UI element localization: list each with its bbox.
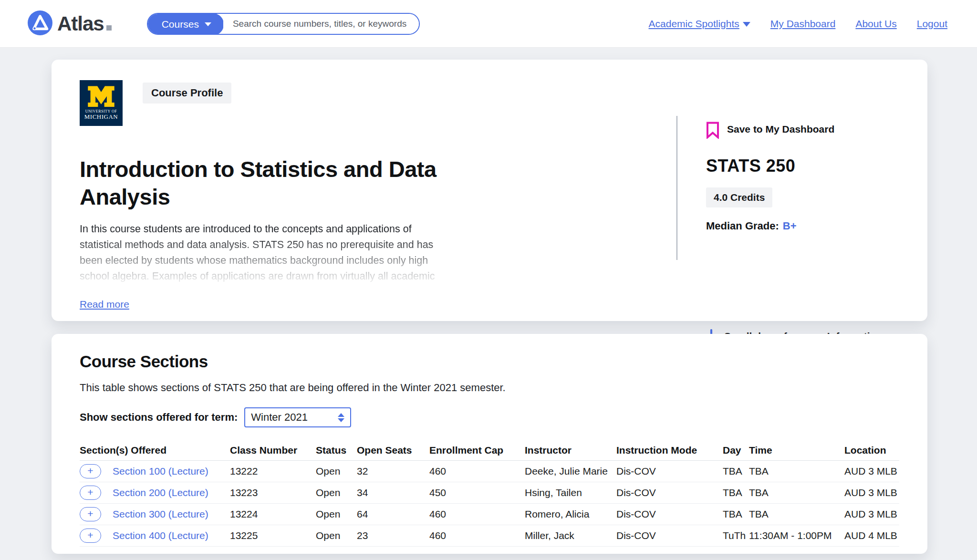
course-sections-heading: Course Sections [80, 352, 899, 371]
course-sections-subtext: This table shows sections of STATS 250 t… [80, 382, 899, 394]
dropdown-triangle-icon [743, 22, 750, 27]
courses-dropdown-button[interactable]: Courses [147, 13, 224, 35]
atlas-logo[interactable]: Atlas [28, 10, 112, 37]
expand-section-button[interactable]: + [80, 486, 101, 500]
median-grade-label: Median Grade: [706, 220, 779, 232]
expand-section-button[interactable]: + [80, 529, 101, 543]
course-profile-card: UNIVERSITY OF MICHIGAN Course Profile In… [52, 60, 927, 321]
search-input[interactable] [223, 14, 419, 34]
sections-table-header: Section(s) Offered Class Number Status O… [80, 440, 899, 461]
median-grade-value[interactable]: B+ [783, 220, 797, 232]
expand-section-button[interactable]: + [80, 507, 101, 521]
section-link[interactable]: Section 100 (Lecture) [113, 466, 208, 477]
nav-link-about-us[interactable]: About Us [855, 18, 896, 30]
select-spinner-icon [338, 413, 344, 422]
atlas-logo-icon [28, 10, 52, 37]
read-more-link[interactable]: Read more [80, 299, 129, 310]
section-link[interactable]: Section 200 (Lecture) [113, 487, 208, 498]
course-profile-left: UNIVERSITY OF MICHIGAN Course Profile In… [80, 80, 595, 310]
table-row: + Section 300 (Lecture) 13224 Open 64 46… [80, 504, 899, 525]
course-title: Introduction to Statistics and Data Anal… [80, 156, 471, 211]
median-grade-row: Median Grade:B+ [706, 220, 945, 232]
term-filter-label: Show sections offered for term: [80, 411, 238, 424]
term-select-value: Winter 2021 [251, 411, 308, 424]
chevron-down-icon [205, 22, 211, 26]
expand-section-button[interactable]: + [80, 464, 101, 478]
save-to-dashboard-button[interactable]: Save to My Dashboard [706, 122, 945, 141]
brand-wordmark: Atlas [57, 12, 112, 35]
courses-button-label: Courses [162, 19, 199, 30]
table-row: + Section 400 (Lecture) 13225 Open 23 46… [80, 525, 899, 547]
course-search-bar: Courses [147, 13, 420, 35]
brand-dot [106, 25, 112, 31]
course-profile-badge: Course Profile [143, 83, 231, 104]
section-link[interactable]: Section 400 (Lecture) [113, 530, 208, 541]
credits-badge: 4.0 Credits [706, 187, 772, 207]
university-of-michigan-logo: UNIVERSITY OF MICHIGAN [80, 80, 123, 126]
nav-links: Academic Spotlights My Dashboard About U… [649, 18, 947, 30]
course-sections-card: Course Sections This table shows section… [52, 334, 927, 554]
course-code: STATS 250 [706, 156, 945, 176]
term-select[interactable]: Winter 2021 [244, 407, 351, 427]
course-profile-right: Save to My Dashboard STATS 250 4.0 Credi… [706, 122, 945, 232]
nav-link-my-dashboard[interactable]: My Dashboard [770, 18, 836, 30]
sections-table: Section(s) Offered Class Number Status O… [80, 440, 899, 547]
table-row: + Section 200 (Lecture) 13223 Open 34 45… [80, 482, 899, 504]
section-link[interactable]: Section 300 (Lecture) [113, 508, 208, 520]
bookmark-icon [706, 122, 719, 141]
course-description: In this course students are introduced t… [80, 221, 595, 284]
nav-link-academic-spotlights[interactable]: Academic Spotlights [649, 18, 750, 30]
vertical-divider [676, 116, 677, 260]
table-row: + Section 100 (Lecture) 13222 Open 32 46… [80, 461, 899, 482]
top-navigation-bar: Atlas Courses Academic Spotlights My Das… [0, 0, 977, 48]
save-to-dashboard-label: Save to My Dashboard [727, 124, 834, 135]
um-logo-caption-line2: MICHIGAN [84, 114, 118, 120]
nav-link-logout[interactable]: Logout [917, 18, 947, 30]
term-filter-row: Show sections offered for term: Winter 2… [80, 407, 899, 427]
